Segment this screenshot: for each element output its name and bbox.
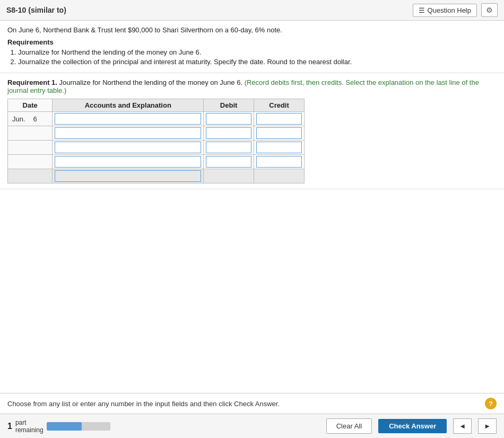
requirement-heading-bold: Requirement 1. bbox=[7, 78, 57, 86]
acct-cell-5 bbox=[53, 169, 204, 183]
acct-input-1[interactable] bbox=[55, 113, 201, 125]
acct-input-2[interactable] bbox=[55, 127, 201, 139]
progress-bar-fill bbox=[47, 422, 82, 431]
col-header-credit: Credit bbox=[254, 99, 305, 112]
gear-icon: ⚙ bbox=[486, 6, 493, 14]
requirement-section: Requirement 1. Journalize for Northend t… bbox=[0, 73, 504, 189]
col-header-date: Date bbox=[8, 99, 53, 112]
acct-input-4[interactable] bbox=[55, 156, 201, 168]
debit-cell-2 bbox=[204, 126, 254, 141]
bottom-bar: 1 part remaining Clear All Check Answer … bbox=[0, 414, 504, 438]
debit-cell-1 bbox=[204, 112, 254, 126]
credit-input-4[interactable] bbox=[256, 156, 302, 168]
debit-input-4[interactable] bbox=[206, 156, 251, 168]
debit-cell-3 bbox=[204, 141, 254, 155]
requirements-list: Journalize for Northend the lending of t… bbox=[18, 48, 497, 66]
acct-input-3[interactable] bbox=[55, 142, 201, 153]
acct-cell-2 bbox=[53, 126, 204, 141]
header-controls: ☰ Question Help ⚙ bbox=[413, 3, 498, 17]
requirement-1: Journalize for Northend the lending of t… bbox=[18, 48, 497, 56]
prev-button[interactable]: ◄ bbox=[453, 418, 472, 434]
table-row-last bbox=[8, 169, 305, 183]
page-title: S8-10 (similar to) bbox=[6, 6, 66, 14]
table-row bbox=[8, 141, 305, 155]
main-content-area bbox=[0, 189, 504, 393]
requirements-label: Requirements bbox=[7, 38, 497, 46]
check-answer-button[interactable]: Check Answer bbox=[378, 419, 447, 433]
clear-all-button[interactable]: Clear All bbox=[326, 418, 372, 434]
footer-info-text: Choose from any list or enter any number… bbox=[7, 400, 485, 408]
header: S8-10 (similar to) ☰ Question Help ⚙ bbox=[0, 0, 504, 21]
acct-input-5[interactable] bbox=[55, 170, 201, 182]
question-help-button[interactable]: ☰ Question Help bbox=[413, 4, 477, 17]
debit-cell-5 bbox=[204, 169, 254, 183]
date-day: 6 bbox=[31, 115, 37, 123]
debit-input-1[interactable] bbox=[206, 113, 251, 125]
date-month: Jun. bbox=[10, 115, 25, 123]
acct-cell-4 bbox=[53, 155, 204, 169]
part-number: 1 bbox=[7, 422, 12, 431]
problem-text: On June 6, Northend Bank & Trust lent $9… bbox=[7, 26, 497, 34]
debit-cell-4 bbox=[204, 155, 254, 169]
debit-input-3[interactable] bbox=[206, 142, 251, 153]
credit-cell-1 bbox=[254, 112, 305, 126]
requirement-heading-text: Journalize for Northend the lending of t… bbox=[59, 78, 242, 86]
settings-button[interactable]: ⚙ bbox=[481, 3, 498, 17]
col-header-accounts: Accounts and Explanation bbox=[53, 99, 204, 112]
problem-area: On June 6, Northend Bank & Trust lent $9… bbox=[0, 21, 504, 73]
date-blank-2 bbox=[8, 126, 53, 141]
debit-input-2[interactable] bbox=[206, 127, 251, 139]
date-month-cell: Jun. 6 bbox=[8, 112, 53, 126]
date-blank-5 bbox=[8, 169, 53, 183]
acct-cell-1 bbox=[53, 112, 204, 126]
next-button[interactable]: ► bbox=[478, 418, 497, 434]
table-row bbox=[8, 155, 305, 169]
credit-cell-3 bbox=[254, 141, 305, 155]
table-row: Jun. 6 bbox=[8, 112, 305, 126]
credit-input-3[interactable] bbox=[256, 142, 302, 153]
part-remaining-label: part remaining bbox=[15, 419, 44, 434]
question-help-icon[interactable]: ? bbox=[485, 398, 497, 409]
requirement-2: Journalize the collection of the princip… bbox=[18, 58, 497, 66]
credit-cell-4 bbox=[254, 155, 305, 169]
footer-info: Choose from any list or enter any number… bbox=[0, 393, 504, 414]
acct-cell-3 bbox=[53, 141, 204, 155]
date-blank-4 bbox=[8, 155, 53, 169]
list-icon: ☰ bbox=[419, 6, 425, 14]
table-row bbox=[8, 126, 305, 141]
col-header-debit: Debit bbox=[204, 99, 254, 112]
credit-cell-2 bbox=[254, 126, 305, 141]
credit-input-1[interactable] bbox=[256, 113, 302, 125]
credit-cell-5 bbox=[254, 169, 305, 183]
progress-bar bbox=[47, 422, 110, 431]
requirement-heading: Requirement 1. Journalize for Northend t… bbox=[7, 78, 497, 94]
credit-input-2[interactable] bbox=[256, 127, 302, 139]
date-blank-3 bbox=[8, 141, 53, 155]
journal-entry-table: Date Accounts and Explanation Debit Cred… bbox=[7, 99, 305, 183]
